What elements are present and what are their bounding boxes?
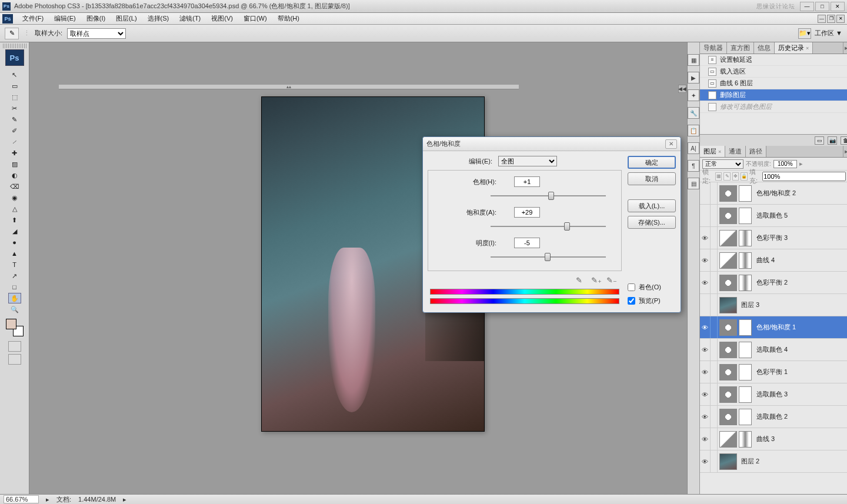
doc-restore-button[interactable]: ❐ — [827, 15, 835, 23]
panel-collapse-toggle[interactable]: ◀◀ — [678, 85, 686, 93]
layer-thumb[interactable] — [719, 297, 737, 313]
visibility-toggle[interactable]: 👁 — [700, 227, 711, 249]
tool-18[interactable]: ↗ — [8, 271, 21, 281]
tool-1[interactable]: ▭ — [8, 81, 21, 91]
sample-size-select[interactable]: 取样点 — [67, 28, 126, 39]
panel-shortcut-1[interactable]: ▶ — [688, 72, 699, 84]
layer-thumb[interactable] — [719, 252, 737, 269]
link-column[interactable] — [711, 361, 718, 383]
layer-name[interactable]: 选取颜色 5 — [754, 211, 847, 220]
layer-mask-thumb[interactable] — [739, 230, 752, 246]
layer-item[interactable]: 👁选取颜色 4 — [700, 339, 847, 361]
toolbox-grip[interactable] — [3, 44, 26, 48]
tool-9[interactable]: ◐ — [8, 170, 21, 181]
fill-input[interactable] — [762, 172, 846, 181]
maximize-button[interactable]: □ — [815, 2, 829, 11]
tab-info[interactable]: 信息 — [754, 42, 775, 54]
layer-item[interactable]: 选取颜色 5 — [700, 205, 847, 227]
layer-thumb[interactable] — [719, 409, 737, 425]
tool-2[interactable]: ⬚ — [8, 92, 21, 102]
saturation-input[interactable] — [514, 207, 540, 218]
layer-name[interactable]: 色相/饱和度 1 — [754, 323, 847, 332]
layer-name[interactable]: 曲线 3 — [754, 435, 847, 443]
screenmode-toggle[interactable] — [8, 354, 21, 365]
layer-mask-thumb[interactable] — [739, 319, 752, 336]
link-column[interactable] — [711, 249, 718, 271]
visibility-toggle[interactable]: 👁 — [700, 383, 711, 405]
link-column[interactable] — [711, 182, 718, 204]
tool-15[interactable]: ● — [8, 237, 21, 248]
tool-6[interactable]: ⟋ — [8, 136, 21, 147]
workspace-menu[interactable]: 工作区 ▼ — [815, 29, 842, 38]
visibility-toggle[interactable] — [700, 182, 711, 204]
eyedropper-icon[interactable]: ✎ — [576, 276, 585, 285]
link-column[interactable] — [711, 227, 718, 249]
minimize-button[interactable]: — — [800, 2, 814, 11]
edit-select[interactable]: 全图 — [498, 156, 557, 166]
layer-name[interactable]: 色彩平衡 2 — [754, 278, 847, 287]
layer-item[interactable]: 👁色相/饱和度 1 — [700, 316, 847, 339]
tab-channels[interactable]: 通道 — [725, 146, 746, 157]
lightness-slider[interactable] — [491, 252, 606, 263]
hue-slider[interactable] — [491, 191, 606, 202]
preview-checkbox[interactable]: 预览(P) — [628, 296, 676, 305]
tab-navigator[interactable]: 导航器 — [700, 42, 727, 54]
layer-item[interactable]: 👁色彩平衡 1 — [700, 361, 847, 383]
delete-history-icon[interactable]: 🗑 — [841, 136, 847, 145]
dialog-close-button[interactable]: ✕ — [665, 139, 677, 149]
menu-view[interactable]: 视图(V) — [206, 13, 238, 24]
hue-input[interactable] — [514, 176, 540, 187]
tool-16[interactable]: ▲ — [8, 248, 21, 259]
layer-thumb[interactable] — [719, 185, 737, 202]
visibility-toggle[interactable]: 👁 — [700, 361, 711, 383]
link-column[interactable] — [711, 428, 718, 450]
link-column[interactable] — [711, 272, 718, 293]
ok-button[interactable]: 确定 — [628, 156, 676, 169]
layer-name[interactable]: 选取颜色 2 — [754, 412, 847, 421]
tab-layers[interactable]: 图层× — [700, 146, 725, 157]
layer-mask-thumb[interactable] — [739, 364, 752, 380]
cancel-button[interactable]: 取消 — [628, 172, 676, 185]
menu-edit[interactable]: 编辑(E) — [49, 13, 81, 24]
eyedropper-add-icon[interactable]: ✎₊ — [591, 276, 601, 285]
opacity-input[interactable] — [773, 160, 797, 168]
layer-mask-thumb[interactable] — [739, 386, 752, 403]
layer-item[interactable]: 👁图层 2 — [700, 450, 847, 473]
lock-all-icon[interactable]: 🔒 — [741, 172, 748, 181]
layer-item[interactable]: 👁曲线 4 — [700, 249, 847, 272]
tool-10[interactable]: ⌫ — [8, 181, 21, 192]
lightness-input[interactable] — [514, 238, 540, 248]
menu-layer[interactable]: 图层(L) — [111, 13, 141, 24]
layer-thumb[interactable] — [719, 208, 737, 224]
tool-12[interactable]: △ — [8, 203, 21, 214]
visibility-toggle[interactable]: 👁 — [700, 249, 711, 271]
close-window-button[interactable]: ✕ — [831, 2, 845, 11]
lock-position-icon[interactable]: ✥ — [732, 172, 739, 181]
layer-thumb[interactable] — [719, 364, 737, 380]
layer-thumb[interactable] — [719, 319, 737, 336]
link-column[interactable] — [711, 406, 718, 428]
layer-mask-thumb[interactable] — [739, 342, 752, 358]
lock-pixels-icon[interactable]: ✎ — [723, 172, 730, 181]
doc-close-button[interactable]: ✕ — [836, 15, 845, 23]
layer-name[interactable]: 图层 3 — [739, 301, 847, 309]
canvas-area[interactable]: ▴▴ 色相/饱和度 ✕ 编辑(E): 全图 色相(H): — [29, 42, 687, 494]
layer-name[interactable]: 选取颜色 4 — [754, 345, 847, 354]
tool-14[interactable]: ◢ — [8, 226, 21, 236]
layer-mask-thumb[interactable] — [739, 275, 752, 291]
current-tool-icon[interactable]: ✎ — [5, 28, 19, 39]
doc-minimize-button[interactable]: — — [818, 15, 826, 23]
color-swatches[interactable] — [6, 319, 24, 336]
menu-image[interactable]: 图像(I) — [82, 13, 110, 24]
tab-history[interactable]: 历史记录× — [775, 42, 813, 54]
tool-13[interactable]: ⬆ — [8, 215, 21, 225]
layer-thumb[interactable] — [719, 431, 737, 448]
history-item[interactable]: 修改可选颜色图层 — [700, 101, 847, 113]
panel-shortcut-4[interactable]: 📋 — [688, 125, 699, 136]
saturation-slider[interactable] — [491, 221, 606, 233]
panel-shortcut-3[interactable]: 🔧 — [688, 107, 699, 119]
layer-name[interactable]: 色相/饱和度 2 — [754, 189, 847, 198]
history-item[interactable]: ≡设置帧延迟 — [700, 54, 847, 66]
visibility-toggle[interactable]: 👁 — [700, 316, 711, 338]
tab-paths[interactable]: 路径 — [746, 146, 766, 157]
